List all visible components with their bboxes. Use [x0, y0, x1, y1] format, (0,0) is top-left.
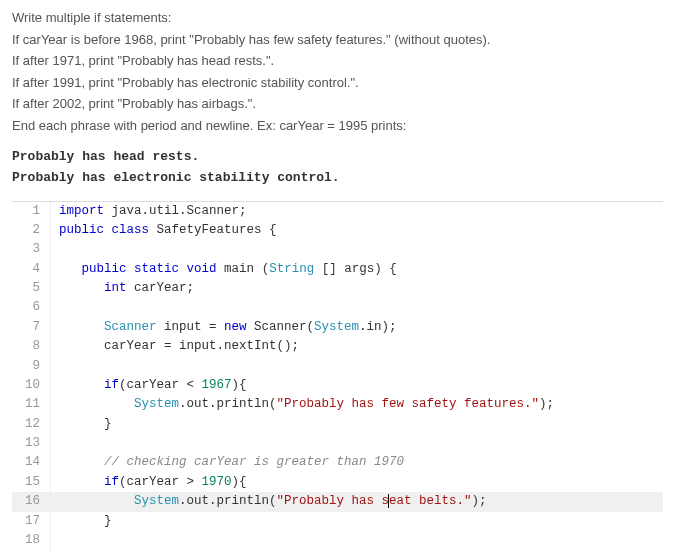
- code-text: {: [262, 223, 277, 237]
- instructions-block: Write multiple if statements: If carYear…: [12, 8, 663, 135]
- code-text: carYear;: [127, 281, 195, 295]
- type-string: String: [269, 262, 314, 276]
- instruction-line: Write multiple if statements:: [12, 8, 663, 28]
- instruction-line: If after 1971, print "Probably has head …: [12, 51, 663, 71]
- string-literal: eat belts.": [389, 494, 472, 508]
- line-number: 5: [12, 279, 51, 298]
- code-text: ){: [232, 475, 247, 489]
- line-number: 6: [12, 298, 51, 317]
- line-number: 14: [12, 453, 51, 472]
- line-number: 2: [12, 221, 51, 240]
- instruction-line: If carYear is before 1968, print "Probab…: [12, 30, 663, 50]
- kw-class: class: [112, 223, 150, 237]
- code-text: (carYear <: [119, 378, 202, 392]
- example-line: Probably has electronic stability contro…: [12, 168, 663, 189]
- code-text: (carYear >: [119, 475, 202, 489]
- line-number: 18: [12, 531, 51, 550]
- class-name: SafetyFeatures: [157, 223, 262, 237]
- code-text: );: [539, 397, 554, 411]
- code-text: .out.println(: [179, 397, 277, 411]
- code-text: ){: [232, 378, 247, 392]
- instruction-line: End each phrase with period and newline.…: [12, 116, 663, 136]
- code-text: [] args) {: [314, 262, 397, 276]
- kw-public: public: [82, 262, 127, 276]
- code-text: main: [224, 262, 254, 276]
- kw-import: import: [59, 204, 104, 218]
- code-text: );: [472, 494, 487, 508]
- code-text: java.util.Scanner;: [104, 204, 247, 218]
- string-literal: "Probably has few safety features.": [277, 397, 540, 411]
- line-number: 17: [12, 512, 51, 531]
- number-literal: 1970: [202, 475, 232, 489]
- line-number: 11: [12, 395, 51, 414]
- code-text: Scanner(: [247, 320, 315, 334]
- kw-public: public: [59, 223, 104, 237]
- code-text: carYear = input.nextInt();: [59, 339, 299, 353]
- code-editor[interactable]: 1import java.util.Scanner; 2public class…: [12, 201, 663, 552]
- line-number: 9: [12, 357, 51, 376]
- code-text: }: [59, 514, 112, 528]
- code-text: .in);: [359, 320, 397, 334]
- type-system: System: [314, 320, 359, 334]
- line-number: 12: [12, 415, 51, 434]
- line-number: 4: [12, 260, 51, 279]
- line-number: 7: [12, 318, 51, 337]
- kw-static: static: [134, 262, 179, 276]
- comment: // checking carYear is greater than 1970: [104, 455, 404, 469]
- kw-new: new: [224, 320, 247, 334]
- type-system: System: [134, 494, 179, 508]
- code-text: (: [254, 262, 269, 276]
- line-number: 15: [12, 473, 51, 492]
- example-line: Probably has head rests.: [12, 147, 663, 168]
- type-scanner: Scanner: [104, 320, 157, 334]
- line-number: 10: [12, 376, 51, 395]
- kw-if: if: [104, 475, 119, 489]
- code-text: }: [59, 417, 112, 431]
- instruction-line: If after 2002, print "Probably has airba…: [12, 94, 663, 114]
- instruction-line: If after 1991, print "Probably has elect…: [12, 73, 663, 93]
- kw-if: if: [104, 378, 119, 392]
- code-text: .out.println(: [179, 494, 277, 508]
- string-literal: "Probably has s: [277, 494, 390, 508]
- kw-int: int: [104, 281, 127, 295]
- line-number: 3: [12, 240, 51, 259]
- code-text: input =: [157, 320, 225, 334]
- line-number: 16: [12, 492, 51, 511]
- example-output: Probably has head rests. Probably has el…: [12, 147, 663, 189]
- type-system: System: [134, 397, 179, 411]
- line-number: 8: [12, 337, 51, 356]
- number-literal: 1967: [202, 378, 232, 392]
- kw-void: void: [187, 262, 217, 276]
- line-number: 13: [12, 434, 51, 453]
- line-number: 1: [12, 202, 51, 221]
